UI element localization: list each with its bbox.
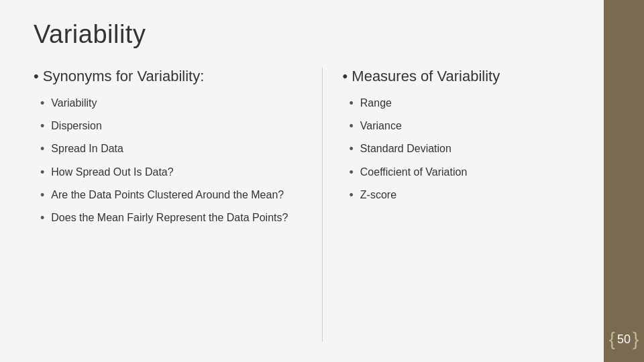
list-item: Dispersion bbox=[40, 119, 302, 135]
page-number: 50 bbox=[617, 333, 631, 347]
list-item: Spread In Data bbox=[40, 141, 302, 158]
list-item: How Spread Out Is Data? bbox=[40, 165, 302, 181]
list-item: Coefficient of Variation bbox=[350, 165, 611, 181]
list-item: Variability bbox=[40, 96, 302, 112]
list-item: Range bbox=[350, 96, 611, 112]
bracket-right-icon: } bbox=[633, 330, 639, 349]
list-item: Variance bbox=[350, 119, 611, 135]
left-column: • Synonyms for Variability: Variability … bbox=[34, 68, 302, 342]
right-bullet-list: Range Variance Standard Deviation Coeffi… bbox=[343, 96, 611, 210]
bracket-left-icon: { bbox=[609, 330, 615, 349]
left-section-header: • Synonyms for Variability: bbox=[34, 68, 302, 85]
right-column: • Measures of Variability Range Variance… bbox=[343, 68, 611, 342]
right-section-header: • Measures of Variability bbox=[343, 68, 611, 85]
slide: Variability • Synonyms for Variability: … bbox=[0, 0, 644, 362]
column-divider bbox=[322, 68, 323, 342]
left-bullet-list: Variability Dispersion Spread In Data Ho… bbox=[34, 96, 302, 233]
list-item: Does the Mean Fairly Represent the Data … bbox=[40, 210, 302, 227]
list-item: Standard Deviation bbox=[350, 141, 611, 158]
slide-title: Variability bbox=[34, 20, 610, 49]
right-sidebar: { 50 } bbox=[604, 0, 644, 362]
list-item: Z-score bbox=[350, 188, 611, 204]
content-area: • Synonyms for Variability: Variability … bbox=[34, 68, 610, 342]
list-item: Are the Data Points Clustered Around the… bbox=[40, 188, 302, 204]
page-number-container: { 50 } bbox=[609, 330, 639, 349]
